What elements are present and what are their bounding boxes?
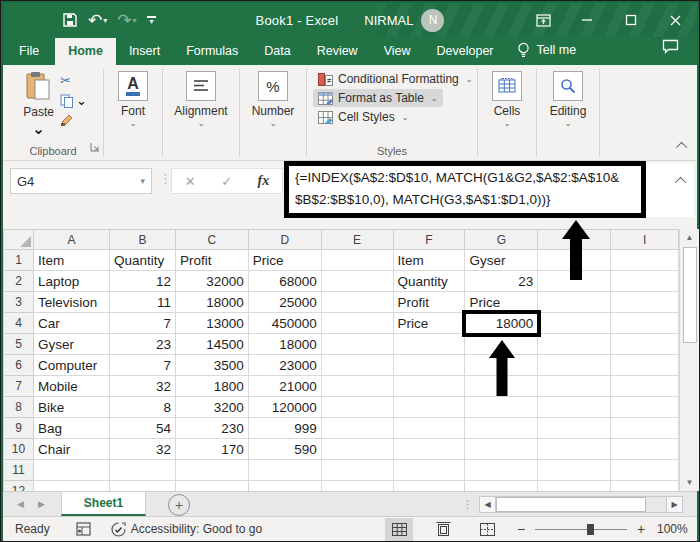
cell-F7[interactable] [393,376,465,397]
accessibility-status[interactable]: Accessibility: Good to go [103,522,270,537]
next-sheet-icon[interactable]: ▶ [38,499,45,509]
column-header-F[interactable]: F [393,230,465,250]
previous-sheet-icon[interactable]: ◀ [17,499,24,509]
cell-I10[interactable] [611,439,679,460]
save-button[interactable] [59,8,81,32]
editing-group-button[interactable]: Editing ⌄ [544,69,593,130]
cell-H3[interactable] [538,292,611,313]
cell-H8[interactable] [538,397,611,418]
cell-C11[interactable] [175,460,248,481]
cell-I6[interactable] [611,355,679,376]
row-header-2[interactable]: 2 [4,271,34,292]
cell-A7[interactable]: Mobile [33,376,109,397]
cell-I3[interactable] [611,292,679,313]
cell-I5[interactable] [611,334,679,355]
cell-C1[interactable]: Profit [175,250,248,271]
cell-D2[interactable]: 68000 [248,271,321,292]
cell-E3[interactable] [321,292,393,313]
minimize-button[interactable] [565,3,609,37]
cell-E1[interactable] [321,250,393,271]
cell-D8[interactable]: 120000 [248,397,321,418]
cell-F10[interactable] [393,439,465,460]
cell-B6[interactable]: 7 [109,355,175,376]
undo-button[interactable]: ↶▾ [85,8,110,32]
vertical-scrollbar[interactable]: ▲ ▼ [679,229,699,491]
scroll-up-icon[interactable]: ▲ [680,229,699,246]
cell-F11[interactable] [393,460,465,481]
name-box[interactable]: G4 ▾ [10,168,152,194]
cell-C10[interactable]: 170 [175,439,248,460]
row-header-8[interactable]: 8 [4,397,34,418]
cell-F3[interactable]: Profit [393,292,465,313]
cell-A1[interactable]: Item [33,250,109,271]
cell-E8[interactable] [321,397,393,418]
row-header-3[interactable]: 3 [4,292,34,313]
tab-file[interactable]: File [3,38,55,65]
cell-E2[interactable] [321,271,393,292]
cell-F1[interactable]: Item [393,250,465,271]
expand-formula-bar-button[interactable] [678,171,686,189]
cell-G4[interactable]: 18000 [465,313,538,334]
cell-A6[interactable]: Computer [33,355,109,376]
row-header-5[interactable]: 5 [4,334,34,355]
new-sheet-button[interactable]: + [168,494,190,516]
paste-dropdown-caret[interactable]: ⌄ [32,119,45,138]
cell-F4[interactable]: Price [393,313,465,334]
cell-D1[interactable]: Price [248,250,321,271]
redo-dropdown-caret[interactable]: ▾ [133,16,137,25]
cell-C7[interactable]: 1800 [175,376,248,397]
cell-D4[interactable]: 450000 [248,313,321,334]
cell-E9[interactable] [321,418,393,439]
cell-A5[interactable]: Gyser [33,334,109,355]
column-header-D[interactable]: D [248,230,321,250]
clipboard-dialog-launcher[interactable] [90,138,100,156]
tab-view[interactable]: View [371,38,424,65]
cell-D9[interactable]: 999 [248,418,321,439]
format-painter-button[interactable] [60,113,87,127]
collapse-ribbon-button[interactable] [679,136,687,154]
cell-D11[interactable] [248,460,321,481]
macro-record-button[interactable] [64,522,103,536]
copy-button[interactable]: ⌄ [60,93,87,108]
cell-B7[interactable]: 32 [109,376,175,397]
cell-F9[interactable] [393,418,465,439]
cell-B11[interactable] [109,460,175,481]
column-header-A[interactable]: A [33,230,109,250]
tab-insert[interactable]: Insert [116,38,173,65]
cell-G7[interactable] [465,376,538,397]
cell-B4[interactable]: 7 [109,313,175,334]
cell-C4[interactable]: 13000 [175,313,248,334]
column-header-G[interactable]: G [465,230,538,250]
tab-review[interactable]: Review [304,38,371,65]
cell-B3[interactable]: 11 [109,292,175,313]
cell-F5[interactable] [393,334,465,355]
cell-I9[interactable] [611,418,679,439]
cell-C9[interactable]: 230 [175,418,248,439]
cell-A3[interactable]: Television [33,292,109,313]
cell-H10[interactable] [538,439,611,460]
redo-button[interactable]: ↷▾ [114,8,139,32]
cell-A10[interactable]: Chair [33,439,109,460]
customize-qat-button[interactable]: ▾ [144,8,159,32]
cell-F2[interactable]: Quantity [393,271,465,292]
cell-E6[interactable] [321,355,393,376]
cell-B9[interactable]: 54 [109,418,175,439]
maximize-button[interactable] [609,3,653,37]
cell-D6[interactable]: 23000 [248,355,321,376]
ribbon-display-options-button[interactable] [521,3,565,37]
column-header-I[interactable]: I [611,230,679,250]
insert-function-icon[interactable]: fx [258,173,270,189]
cell-C6[interactable]: 3500 [175,355,248,376]
row-header-10[interactable]: 10 [4,439,34,460]
cell-E7[interactable] [321,376,393,397]
cell-H7[interactable] [538,376,611,397]
cell-C2[interactable]: 32000 [175,271,248,292]
cell-G8[interactable] [465,397,538,418]
tab-data[interactable]: Data [251,38,303,65]
tab-developer[interactable]: Developer [424,38,507,65]
zoom-out-button[interactable]: − [515,521,527,537]
scroll-left-icon[interactable]: ◀ [479,496,496,513]
cut-button[interactable]: ✂ [60,73,87,88]
cell-B1[interactable]: Quantity [109,250,175,271]
cell-C3[interactable]: 18000 [175,292,248,313]
